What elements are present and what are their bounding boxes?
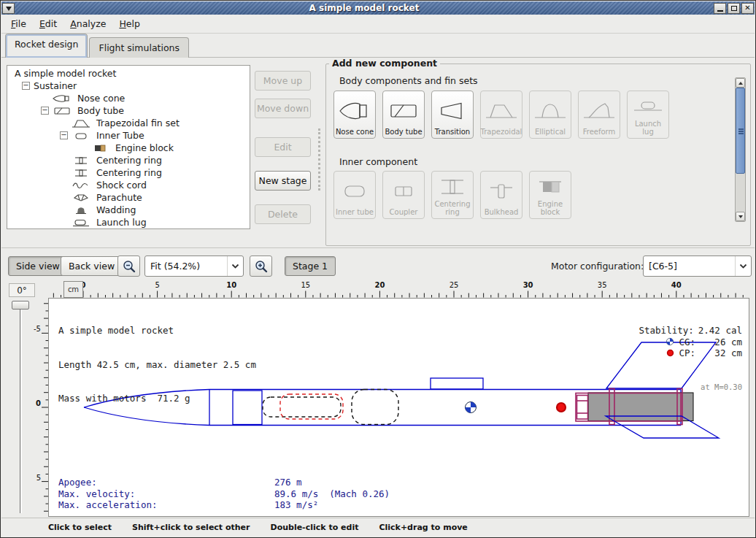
elliptical-fin-icon <box>531 93 570 128</box>
launch-lug-outline[interactable] <box>431 378 483 389</box>
comp-button-label: Freeform <box>583 128 616 136</box>
back-view-button[interactable]: Back view <box>61 256 123 276</box>
motor-configuration-select[interactable]: [C6-5] <box>643 255 752 277</box>
rotation-slider-handle[interactable] <box>12 301 29 310</box>
comp-button-label: Coupler <box>390 208 418 216</box>
nose-cone-icon <box>53 93 72 104</box>
zoom-in-button[interactable] <box>250 255 272 277</box>
menu-help[interactable]: Help <box>112 15 147 32</box>
tree-item-sustainer[interactable]: −Sustainer <box>7 80 250 92</box>
add-nose-cone-button[interactable]: Nose cone <box>333 91 376 139</box>
tree-item-engine-block[interactable]: Engine block <box>7 142 250 154</box>
status-hint: Click+drag to move <box>379 523 467 532</box>
close-icon: ✕ <box>744 4 750 12</box>
add-transition-button[interactable]: Transition <box>431 91 474 139</box>
move-up-button: Move up <box>255 71 311 91</box>
svg-text:20: 20 <box>374 281 385 289</box>
rocket-info: A simple model rocket Length 42.5 cm, ma… <box>58 302 256 427</box>
collapse-icon[interactable]: − <box>41 107 49 115</box>
comp-button-label: Bulkhead <box>485 208 519 216</box>
scroll-up-icon[interactable] <box>736 78 745 88</box>
zoom-out-button[interactable] <box>117 255 140 277</box>
menu-edit[interactable]: Edit <box>33 15 63 32</box>
move-down-button: Move down <box>255 99 311 118</box>
vertical-ruler: -505 <box>34 298 49 517</box>
flight-row-max-velocity: Max. velocity:89.6 m/s (Mach 0.26) <box>58 488 390 500</box>
tree-item-trapezoidal-fin-set[interactable]: Trapezoidal fin set <box>7 117 250 129</box>
tree-item-wadding[interactable]: Wadding <box>7 204 250 216</box>
tree-item-label: Inner Tube <box>96 130 144 141</box>
tree-item-centering-ring[interactable]: Centering ring <box>7 166 250 179</box>
svg-text:35: 35 <box>598 281 607 289</box>
coupler-icon <box>384 174 423 208</box>
comp-button-label: Trapezoidal <box>481 128 522 136</box>
comp-row-0: Nose coneBody tubeTransitionTrapezoidalE… <box>333 91 669 139</box>
tree-item-centering-ring[interactable]: Centering ring <box>7 154 250 166</box>
tree-item-inner-tube[interactable]: −Inner Tube <box>7 129 250 142</box>
app-window: A simple model rocket ✕ FileEditAnalyzeH… <box>0 0 756 538</box>
flight-label: Max. velocity: <box>58 488 274 500</box>
trapezoidal-fin-icon <box>72 118 90 128</box>
component-tree[interactable]: A simple model rocket−SustainerNose cone… <box>7 65 250 229</box>
tree-item-label: Wadding <box>96 204 136 215</box>
parachute-icon <box>72 193 90 203</box>
collapse-icon[interactable]: − <box>60 131 68 139</box>
tree-item-label: Shock cord <box>96 180 147 191</box>
minimize-button[interactable] <box>714 3 726 14</box>
add-component-panel: Add new component Body components and fi… <box>325 64 751 246</box>
rocket-name-text: A simple model rocket <box>58 325 256 337</box>
collapse-icon[interactable]: − <box>22 82 30 90</box>
scroll-down-icon[interactable] <box>736 212 745 221</box>
engine-block-outline[interactable] <box>577 396 588 420</box>
tree-item-body-tube[interactable]: −Body tube <box>7 104 250 117</box>
svg-text:40: 40 <box>671 281 682 289</box>
zoom-out-icon <box>122 259 136 274</box>
add-body-tube-button[interactable]: Body tube <box>382 91 425 139</box>
nose-cone-icon <box>335 93 374 128</box>
menu-analyze[interactable]: Analyze <box>63 15 112 32</box>
rotation-slider[interactable] <box>20 303 22 513</box>
rocket-dimensions-text: Length 42.5 cm, max. diameter 2.5 cm <box>58 359 256 371</box>
transition-icon <box>433 93 472 128</box>
comp-button-label: Launch lug <box>628 120 668 136</box>
zoom-level-select[interactable]: Fit (54.2%) <box>144 255 244 277</box>
tree-item-shock-cord[interactable]: Shock cord <box>7 179 250 191</box>
scrollbar-thumb[interactable] <box>736 88 745 174</box>
centering-ring-icon <box>433 174 472 200</box>
window-title: A simple model rocket <box>15 1 713 15</box>
add-launch-lug-button: Launch lug <box>627 91 669 139</box>
tree-item-nose-cone[interactable]: Nose cone <box>7 92 250 104</box>
svg-text:5: 5 <box>155 281 159 289</box>
status-hint: Shift+click to select other <box>132 523 250 532</box>
svg-text:15: 15 <box>301 281 310 289</box>
inner-tube-icon <box>335 174 374 208</box>
shock-cord-outline[interactable] <box>263 397 341 417</box>
stability-value: 26 cm <box>700 337 742 348</box>
zoom-level-value: Fit (54.2%) <box>145 261 227 272</box>
parachute-outline[interactable] <box>352 390 398 425</box>
window-menu-button[interactable] <box>2 3 15 14</box>
tab-flight-simulations[interactable]: Flight simulations <box>89 37 189 58</box>
side-view-button[interactable]: Side view <box>8 256 68 276</box>
new-stage-button[interactable]: New stage <box>255 171 311 191</box>
tree-item-launch-lug[interactable]: Launch lug <box>7 216 250 228</box>
rocket-canvas[interactable]: A simple model rocket Length 42.5 cm, ma… <box>48 298 749 517</box>
add-engine-block-button: Engine block <box>529 171 571 219</box>
maximize-button[interactable] <box>728 3 740 14</box>
stage-1-toggle[interactable]: Stage 1 <box>285 256 336 276</box>
close-button[interactable]: ✕ <box>741 3 754 14</box>
tree-item-parachute[interactable]: Parachute <box>7 191 250 204</box>
menu-file[interactable]: File <box>4 15 33 32</box>
inner-component-label: Inner component <box>339 156 417 167</box>
title-bar: A simple model rocket ✕ <box>1 1 755 15</box>
tree-item-label: Engine block <box>115 142 174 153</box>
status-hint: Click to select <box>48 523 112 532</box>
tab-rocket-design[interactable]: Rocket design <box>5 34 88 58</box>
component-scrollbar[interactable] <box>735 77 746 222</box>
cp-marker <box>557 403 566 412</box>
mach-note: at M=0.30 <box>639 382 742 392</box>
engine-block-icon <box>531 174 570 200</box>
shock-cord-icon <box>72 180 90 191</box>
tree-item-a-simple-model-rocket[interactable]: A simple model rocket <box>7 67 250 80</box>
panel-splitter-handle[interactable] <box>318 128 320 191</box>
